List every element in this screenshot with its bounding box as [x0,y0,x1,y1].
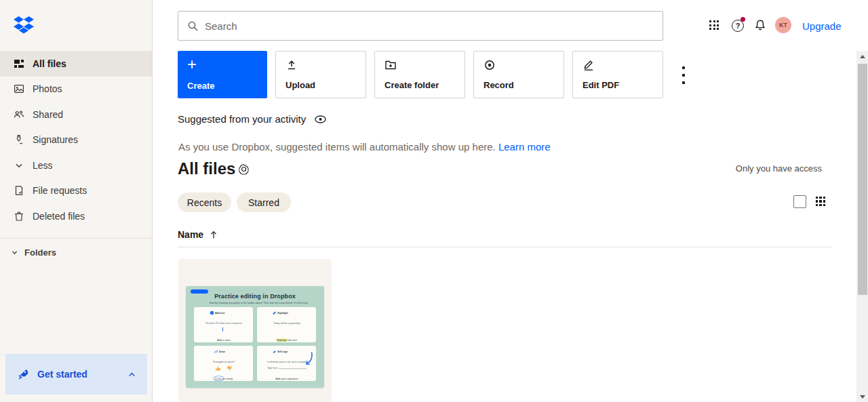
help-glyph: ? [736,22,741,30]
helper-text: As you use Dropbox, suggested items will… [178,141,496,153]
add-text-mini-icon [210,311,214,315]
record-icon [484,59,496,71]
sidebar-nav: All files Photos Shared Signatures [0,51,152,229]
sidebar-item-shared[interactable]: Shared [0,102,152,127]
access-note: Only you have access [736,163,822,174]
shared-icon [14,109,24,120]
file-card-practice-editing[interactable]: Practice editing in Dropbox Start by cho… [178,259,332,402]
vertical-scrollbar[interactable] [856,51,868,402]
thumbnail-card-draw: Draw Pineapple on pizza? Circle an emoji [194,346,253,381]
column-header-name[interactable]: Name [178,229,218,240]
thumbnail-title: Practice editing in Dropbox [186,293,324,300]
name-header-label: Name [178,229,203,240]
sidebar: All files Photos Shared Signatures [0,0,153,402]
chevron-up-icon[interactable] [127,370,136,379]
sidebar-item-label: Deleted files [33,211,85,222]
scroll-up-arrow[interactable] [856,51,868,62]
pill-label: Recents [187,197,222,208]
create-folder-button[interactable]: Create folder [374,51,465,98]
sidebar-item-signatures[interactable]: Signatures [0,127,152,153]
avatar[interactable]: KT [775,17,791,33]
filter-pill-starred[interactable]: Starred [237,193,291,212]
record-button[interactable]: Record [473,51,564,98]
dropbox-logo[interactable] [14,16,34,34]
file-request-icon [14,185,24,196]
thumbnail-card-add-text: Add text The best TV show ever created i… [194,307,253,342]
sidebar-item-all-files[interactable]: All files [0,51,152,77]
more-actions-kebab-icon[interactable] [679,66,688,84]
file-thumbnail: Practice editing in Dropbox Start by cho… [186,286,324,388]
card-action-text: Add your signature [253,378,321,381]
upload-label: Upload [285,80,315,90]
create-folder-label: Create folder [384,80,439,90]
card-body-text: Pineapple on pizza? [193,361,254,363]
sidebar-item-less[interactable]: Less [0,153,152,178]
folders-label: Folders [24,247,56,258]
search-icon [187,20,199,32]
sidebar-item-label: Less [33,160,53,171]
edit-pdf-label: Edit PDF [583,80,619,90]
create-folder-icon [384,59,397,71]
sidebar-item-file-requests[interactable]: File requests [0,178,152,204]
chevron-down-icon [11,249,18,256]
sidebar-item-label: Photos [33,83,62,94]
suggested-section-header: Suggested from your activity [178,113,327,125]
draw-mini-icon [214,350,218,353]
eye-icon[interactable] [314,115,327,124]
learn-more-link[interactable]: Learn more [498,141,551,153]
card-body-text: The best TV show ever created is: [193,322,254,325]
get-started-panel[interactable]: Get started [5,354,147,395]
card-action-text: Circle an emoji [190,378,258,381]
dropbox-app: All files Photos Shared Signatures [0,0,868,402]
apps-grid-icon[interactable] [709,20,720,31]
highlighted-word: Highlight [277,339,288,342]
search-input[interactable] [205,20,639,32]
list-divider [178,247,832,247]
page-title: All files [178,159,235,178]
sidebar-item-photos[interactable]: Photos [0,77,152,102]
sidebar-item-label: File requests [33,185,87,196]
gear-icon[interactable] [238,163,250,175]
sign-here-label: Sign here [267,367,277,369]
upload-button[interactable]: Upload [275,51,366,98]
sort-ascending-icon [210,230,218,239]
card-body-text: Today will be a good day. [256,322,317,325]
notifications-bell-icon[interactable] [754,19,766,32]
highlight-mini-icon [273,311,276,315]
rocket-icon [18,368,30,380]
suggested-helper-text: As you use Dropbox, suggested items will… [178,141,551,153]
signatures-icon [14,134,24,145]
edit-pdf-icon [583,59,595,71]
search-box[interactable] [178,11,663,41]
chevron-down-icon [14,160,24,171]
sidebar-item-label: All files [33,58,66,69]
scroll-down-arrow[interactable] [856,391,868,402]
photos-icon [14,83,24,94]
card-action-text: Highlight the text [253,339,321,342]
scrollbar-thumb[interactable] [858,64,867,295]
card-action-text: Add a note [190,339,258,342]
tool-label: Draw [219,350,225,353]
trash-icon [14,211,24,222]
sidebar-item-label: Shared [33,109,63,120]
edit-pdf-button[interactable]: Edit PDF [572,51,663,98]
circled-action: Circle an emoji [215,378,233,381]
grid-view-toggle-icon[interactable] [816,197,827,207]
sidebar-item-deleted-files[interactable]: Deleted files [0,203,152,229]
thumbnail-card-highlight: Highlight Today will be a good day. High… [257,307,316,342]
thumbnail-subtitle: Start by choosing any option in the tool… [210,302,301,304]
upgrade-link[interactable]: Upgrade [802,20,842,32]
sidebar-item-label: Signatures [33,134,78,145]
get-started-label: Get started [37,369,87,380]
thumbnail-card-self-sign: Self-sign I solemnly swear I am up to no… [257,346,316,381]
create-button[interactable]: + Create [178,51,267,98]
record-label: Record [484,80,514,90]
sidebar-folders-toggle[interactable]: Folders [11,247,56,258]
emoji-row [194,365,253,371]
tool-label: Add text [215,311,224,314]
filter-pill-recents[interactable]: Recents [178,193,231,212]
pill-label: Starred [248,197,279,208]
select-all-checkbox[interactable] [793,195,806,208]
create-label: Create [187,81,214,91]
upload-icon [285,59,298,71]
